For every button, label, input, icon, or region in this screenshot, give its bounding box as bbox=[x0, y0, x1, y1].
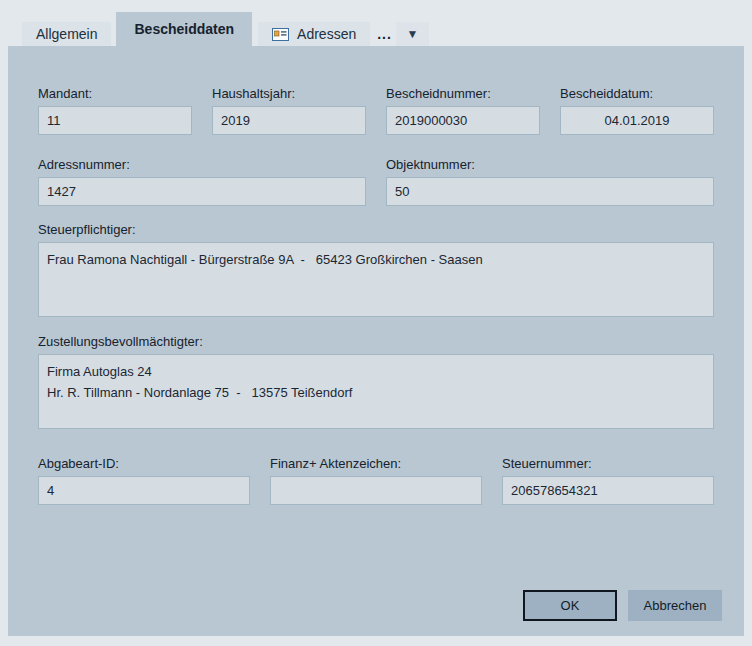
tab-adressen[interactable]: Adressen bbox=[258, 22, 370, 46]
dialog-button-row: OK Abbrechen bbox=[38, 590, 722, 621]
mandant-label: Mandant: bbox=[38, 86, 192, 101]
adressnummer-input[interactable] bbox=[38, 177, 366, 206]
bescheiddatum-label: Bescheiddatum: bbox=[560, 86, 714, 101]
tab-adressen-label: Adressen bbox=[297, 26, 356, 42]
bescheiddaten-panel: Mandant: Haushaltsjahr: Bescheidnummer: … bbox=[8, 46, 744, 636]
contact-card-icon bbox=[272, 28, 289, 41]
haushaltsjahr-input[interactable] bbox=[212, 106, 366, 135]
form-row-3: Steuerpflichtiger: Frau Ramona Nachtigal… bbox=[38, 222, 714, 317]
tab-bescheiddaten-label: Bescheiddaten bbox=[134, 21, 234, 37]
cancel-button[interactable]: Abbrechen bbox=[628, 590, 722, 621]
mandant-field: Mandant: bbox=[38, 86, 192, 135]
adressnummer-label: Adressnummer: bbox=[38, 157, 366, 172]
tab-bar: Allgemein Bescheiddaten Adressen ... ▼ bbox=[0, 0, 752, 46]
form-row-2: Adressnummer: Objektnummer: bbox=[38, 157, 714, 206]
objektnummer-input[interactable] bbox=[386, 177, 714, 206]
abgabeart-id-field: Abgabeart-ID: bbox=[38, 456, 250, 505]
haushaltsjahr-field: Haushaltsjahr: bbox=[212, 86, 366, 135]
tab-allgemein-label: Allgemein bbox=[36, 26, 97, 42]
finanz-aktenzeichen-field: Finanz+ Aktenzeichen: bbox=[270, 456, 482, 505]
bescheiddatum-field: Bescheiddatum: bbox=[560, 86, 714, 135]
form-row-4: Zustellungsbevollmächtigter: Firma Autog… bbox=[38, 334, 714, 429]
abgabeart-id-label: Abgabeart-ID: bbox=[38, 456, 250, 471]
mandant-input[interactable] bbox=[38, 106, 192, 135]
abgabeart-id-input[interactable] bbox=[38, 476, 250, 505]
zustellungsbevollmaechtigter-field: Zustellungsbevollmächtigter: Firma Autog… bbox=[38, 334, 714, 429]
bescheidnummer-input[interactable] bbox=[386, 106, 540, 135]
form-row-1: Mandant: Haushaltsjahr: Bescheidnummer: … bbox=[38, 86, 714, 135]
finanz-aktenzeichen-label: Finanz+ Aktenzeichen: bbox=[270, 456, 482, 471]
adressnummer-field: Adressnummer: bbox=[38, 157, 366, 206]
tab-overflow-ellipsis: ... bbox=[377, 26, 392, 42]
zustellungsbevollmaechtigter-label: Zustellungsbevollmächtigter: bbox=[38, 334, 714, 349]
form-row-5: Abgabeart-ID: Finanz+ Aktenzeichen: Steu… bbox=[38, 456, 714, 505]
objektnummer-field: Objektnummer: bbox=[386, 157, 714, 206]
bescheidnummer-label: Bescheidnummer: bbox=[386, 86, 540, 101]
steuernummer-field: Steuernummer: bbox=[502, 456, 714, 505]
tab-overflow-dropdown-button[interactable]: ▼ bbox=[396, 22, 429, 46]
haushaltsjahr-label: Haushaltsjahr: bbox=[212, 86, 366, 101]
finanz-aktenzeichen-input[interactable] bbox=[270, 476, 482, 505]
tab-allgemein[interactable]: Allgemein bbox=[22, 22, 111, 46]
zustellungsbevollmaechtigter-textarea[interactable]: Firma Autoglas 24 Hr. R. Tillmann - Nord… bbox=[38, 354, 714, 429]
bescheidnummer-field: Bescheidnummer: bbox=[386, 86, 540, 135]
objektnummer-label: Objektnummer: bbox=[386, 157, 714, 172]
ok-button[interactable]: OK bbox=[523, 590, 617, 621]
bescheiddatum-input[interactable] bbox=[560, 106, 714, 135]
steuernummer-label: Steuernummer: bbox=[502, 456, 714, 471]
steuerpflichtiger-field: Steuerpflichtiger: Frau Ramona Nachtigal… bbox=[38, 222, 714, 317]
steuerpflichtiger-textarea[interactable]: Frau Ramona Nachtigall - Bürgerstraße 9A… bbox=[38, 242, 714, 317]
steuerpflichtiger-label: Steuerpflichtiger: bbox=[38, 222, 714, 237]
tab-bescheiddaten[interactable]: Bescheiddaten bbox=[116, 12, 252, 46]
chevron-down-icon: ▼ bbox=[406, 27, 418, 41]
steuernummer-input[interactable] bbox=[502, 476, 714, 505]
